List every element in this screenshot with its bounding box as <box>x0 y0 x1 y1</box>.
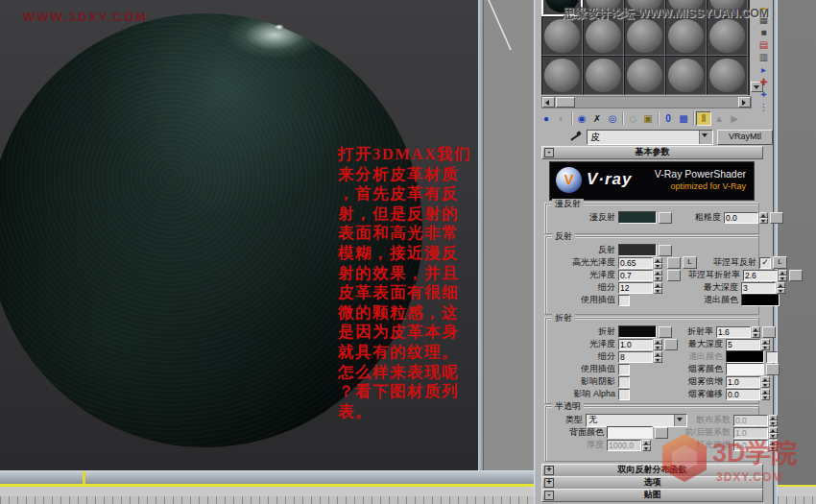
put-to-scene-icon[interactable]: ◐ <box>554 111 569 126</box>
expand-icon[interactable]: + <box>544 478 554 488</box>
pick-material-icon[interactable] <box>569 131 581 142</box>
sample-slot[interactable] <box>624 16 665 56</box>
refract-exit-checkbox[interactable] <box>766 351 778 363</box>
show-end-result-icon[interactable]: ‖ <box>696 111 711 126</box>
thickness-field[interactable]: 1000.0 <box>607 440 641 451</box>
sample-slot[interactable] <box>707 56 748 95</box>
expand-icon[interactable]: + <box>544 466 554 475</box>
fresnel-lock-button[interactable]: L <box>773 256 787 269</box>
diffuse-color-swatch[interactable] <box>618 211 657 224</box>
affect-shadows-checkbox[interactable] <box>618 376 630 388</box>
fog-color-swatch[interactable] <box>726 363 764 375</box>
hilight-map-button[interactable] <box>667 257 681 269</box>
material-navigator-icon[interactable]: ⋮ <box>756 102 771 113</box>
refract-subdivs-spinner[interactable] <box>654 351 662 363</box>
sample-slot[interactable] <box>665 16 707 56</box>
exit-color-swatch[interactable] <box>741 294 780 306</box>
ior-spinner[interactable] <box>752 326 760 338</box>
slots-horizontal-scrollbar[interactable] <box>541 96 752 108</box>
material-name-value[interactable]: 皮 <box>588 131 699 144</box>
dropdown-arrow-button[interactable] <box>674 415 686 426</box>
roughness-field[interactable]: 0.0 <box>724 212 758 224</box>
viewport[interactable]: WWW.3DXY.COM 打开3DMAX我们 来分析皮革材质 ，首先皮革有反 射… <box>0 0 478 470</box>
make-copy-icon[interactable]: ◎ <box>605 111 620 126</box>
scroll-right-button[interactable] <box>738 97 751 108</box>
fresnel-ior-field[interactable]: 2.6 <box>743 270 778 281</box>
scroll-left-button[interactable] <box>542 97 555 108</box>
refract-maxdepth-spinner[interactable] <box>761 339 770 350</box>
scatter-field[interactable]: 0.0 <box>733 415 768 426</box>
assign-to-selection-icon[interactable]: ◉ <box>574 111 589 126</box>
sample-slot[interactable] <box>583 56 624 95</box>
refract-maxdepth-field[interactable]: 5 <box>726 339 760 350</box>
affect-alpha-checkbox[interactable] <box>618 389 630 400</box>
reflect-color-swatch[interactable] <box>618 244 657 256</box>
fog-mult-field[interactable]: 1.0 <box>726 376 760 388</box>
fresnel-ior-spinner[interactable] <box>779 270 787 281</box>
maxdepth-spinner[interactable] <box>777 282 785 294</box>
options-icon[interactable]: ✚ <box>756 77 771 88</box>
uv-tiling-icon[interactable]: ▤ <box>756 39 771 51</box>
hilight-lock-button[interactable]: L <box>683 256 697 269</box>
ior-field[interactable]: 1.6 <box>716 326 751 338</box>
collapse-icon[interactable]: - <box>544 148 554 157</box>
make-preview-icon[interactable]: ▸ <box>756 64 771 76</box>
refract-exit-swatch[interactable] <box>726 350 764 363</box>
refract-gloss-field[interactable]: 1.0 <box>618 339 653 350</box>
gloss-map-button[interactable] <box>667 270 681 281</box>
fresnel-ior-label: 菲涅耳折射率 <box>681 269 743 281</box>
sample-slot[interactable] <box>624 56 665 95</box>
refract-color-swatch[interactable] <box>618 325 657 338</box>
collapse-icon[interactable]: - <box>544 491 554 500</box>
subdivs-spinner[interactable] <box>654 282 662 294</box>
fresnel-checkbox[interactable] <box>759 257 771 269</box>
sample-slot[interactable] <box>541 56 583 95</box>
thickness-spinner[interactable] <box>642 440 651 451</box>
put-to-library-icon[interactable]: ▣ <box>640 111 656 126</box>
refract-subdivs-field[interactable]: 8 <box>618 351 653 363</box>
go-to-parent-icon[interactable]: ▲ <box>711 111 727 126</box>
scrollbar-thumb[interactable] <box>556 97 575 108</box>
backside-color-swatch[interactable] <box>607 426 653 439</box>
ior-map-button[interactable] <box>762 326 776 338</box>
show-map-in-viewport-icon[interactable]: ▩ <box>676 111 691 126</box>
make-unique-icon[interactable]: ◇ <box>625 111 640 126</box>
fog-bias-spinner[interactable] <box>761 389 770 400</box>
interp-checkbox[interactable] <box>618 295 630 306</box>
hilight-gloss-field[interactable]: 0.65 <box>618 257 653 269</box>
subdivs-field[interactable]: 12 <box>618 282 653 294</box>
fog-bias-field[interactable]: 0.0 <box>726 389 760 400</box>
video-color-check-icon[interactable]: ▥ <box>756 52 771 63</box>
refract-gloss-spinner[interactable] <box>654 339 662 350</box>
roughness-spinner[interactable] <box>759 212 768 224</box>
sample-slot[interactable] <box>583 16 624 56</box>
scatter-spinner[interactable] <box>769 415 778 426</box>
sample-slot[interactable] <box>707 16 748 56</box>
reset-material-icon[interactable]: ✗ <box>589 111 605 126</box>
time-slider-handle[interactable] <box>83 471 85 485</box>
fresnel-ior-map-button[interactable] <box>789 270 803 281</box>
gloss-field[interactable]: 0.7 <box>618 270 653 281</box>
hilight-gloss-spinner[interactable] <box>654 257 662 269</box>
go-to-sibling-icon[interactable]: ▶ <box>727 111 742 126</box>
sample-slot[interactable] <box>541 16 583 56</box>
rollout-basic-params[interactable]: - 基本参数 <box>541 146 763 159</box>
backlight-icon[interactable]: ■ <box>756 27 771 38</box>
reflect-map-button[interactable] <box>659 245 672 256</box>
translucency-type-dropdown[interactable]: 无 <box>586 414 687 427</box>
refract-interp-checkbox[interactable] <box>618 364 630 375</box>
get-material-icon[interactable]: ● <box>539 111 554 126</box>
maxdepth-field[interactable]: 3 <box>741 282 776 294</box>
select-by-material-icon[interactable]: ✦ <box>756 89 771 101</box>
fog-color-map-button[interactable] <box>766 364 780 375</box>
combo-dropdown-button[interactable] <box>699 131 712 144</box>
material-type-button[interactable]: VRayMtl <box>717 130 773 145</box>
viewport-grid-area[interactable] <box>484 0 534 470</box>
material-name-combo[interactable]: 皮 <box>587 130 713 145</box>
roughness-map-button[interactable] <box>770 212 783 224</box>
vray-logo-v: V <box>556 171 582 187</box>
gloss-spinner[interactable] <box>654 270 662 281</box>
fog-mult-spinner[interactable] <box>761 376 770 388</box>
sample-slot[interactable] <box>665 56 707 95</box>
material-id-icon[interactable]: 0 <box>660 111 676 126</box>
